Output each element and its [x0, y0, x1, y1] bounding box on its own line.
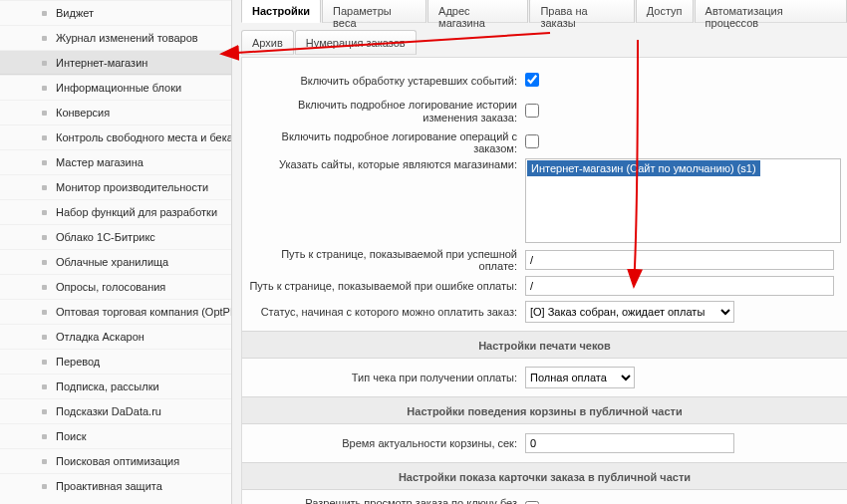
check-type-select[interactable]: Полная оплата	[525, 367, 635, 388]
sidebar-item[interactable]: Конверсия	[0, 100, 231, 125]
sidebar-item[interactable]: Интернет-магазин	[0, 50, 231, 75]
sidebar-item[interactable]: Опросы, голосования	[0, 274, 231, 299]
tab[interactable]: Доступ	[636, 0, 694, 23]
fail-path-label: Путь к странице, показываемой при ошибке…	[242, 280, 523, 292]
check-type-label: Тип чека при получении оплаты:	[242, 372, 523, 383]
sidebar-item[interactable]: Оптовая торговая компания (OptPRO)	[0, 299, 231, 324]
verbose-order-history-checkbox[interactable]	[525, 104, 539, 118]
settings-panel: Включить обработку устаревших событий: В…	[241, 57, 847, 504]
sidebar-item[interactable]: Отладка Аскарон	[0, 324, 231, 349]
tabs-secondary: АрхивНумерация заказов	[241, 30, 417, 57]
verbose-order-ops-checkbox[interactable]	[525, 134, 539, 148]
verbose-order-history-label: Включить подробное логирование истории и…	[242, 99, 523, 125]
legacy-events-checkbox[interactable]	[525, 73, 539, 87]
section-order-card: Настройки показа карточки заказа в публи…	[242, 462, 847, 490]
sidebar-item[interactable]: Поисковая оптимизация	[0, 448, 231, 473]
success-path-input[interactable]	[525, 250, 834, 270]
cart-ttl-label: Время актуальности корзины, сек:	[242, 437, 523, 449]
sidebar-item[interactable]: Монитор производительности	[0, 174, 231, 199]
cart-ttl-input[interactable]	[525, 433, 734, 453]
main-panel: НастройкиПараметры весаАдрес магазинаПра…	[232, 0, 847, 504]
allow-key-view-label: Разрешить просмотр заказа по ключу без а…	[242, 497, 523, 504]
section-cart: Настройки поведения корзины в публичной …	[242, 396, 847, 424]
tab[interactable]: Адрес магазина	[427, 0, 528, 23]
sidebar: ВиджетЖурнал изменений товаровИнтернет-м…	[0, 0, 232, 504]
verbose-order-ops-label: Включить подробное логирование операций …	[242, 130, 523, 154]
sidebar-item[interactable]: Облачные хранилища	[0, 249, 231, 274]
sites-listbox[interactable]: Интернет-магазин (Сайт по умолчанию) (s1…	[525, 158, 841, 243]
tab[interactable]: Параметры веса	[322, 0, 426, 23]
sidebar-item[interactable]: Виджет	[0, 0, 231, 25]
legacy-events-label: Включить обработку устаревших событий:	[242, 75, 523, 87]
sites-label: Указать сайты, которые являются магазина…	[242, 158, 523, 170]
tabs-primary: НастройкиПараметры весаАдрес магазинаПра…	[241, 0, 847, 25]
tab[interactable]: Архив	[241, 30, 294, 55]
tab[interactable]: Нумерация заказов	[295, 30, 417, 55]
sidebar-item[interactable]: Контроль свободного места и бекапов	[0, 125, 231, 149]
sidebar-item[interactable]: Перевод	[0, 349, 231, 374]
pay-status-label: Статус, начиная с которого можно оплатит…	[242, 306, 523, 318]
sidebar-item[interactable]: Поиск	[0, 423, 231, 448]
fail-path-input[interactable]	[525, 276, 834, 296]
section-checks: Настройки печати чеков	[242, 331, 847, 359]
pay-status-select[interactable]: [O] Заказ собран, ожидает оплаты	[525, 301, 734, 323]
tab[interactable]: Права на заказы	[529, 0, 634, 23]
sidebar-item[interactable]: Журнал изменений товаров	[0, 25, 231, 50]
tab[interactable]: Автоматизация процессов	[695, 0, 847, 23]
sidebar-item[interactable]: Информационные блоки	[0, 75, 231, 100]
sidebar-item[interactable]: Мастер магазина	[0, 149, 231, 174]
sidebar-item[interactable]: Подсказки DaData.ru	[0, 398, 231, 423]
success-path-label: Путь к странице, показываемой при успешн…	[242, 248, 523, 272]
tab[interactable]: Настройки	[241, 0, 321, 23]
sidebar-item[interactable]: Набор функций для разработки	[0, 199, 231, 224]
sidebar-item[interactable]: Облако 1С-Битрикс	[0, 224, 231, 249]
sites-listbox-item[interactable]: Интернет-магазин (Сайт по умолчанию) (s1…	[527, 160, 760, 176]
sidebar-item[interactable]: Проактивная защита	[0, 473, 231, 498]
sidebar-item[interactable]: Подписка, рассылки	[0, 374, 231, 398]
